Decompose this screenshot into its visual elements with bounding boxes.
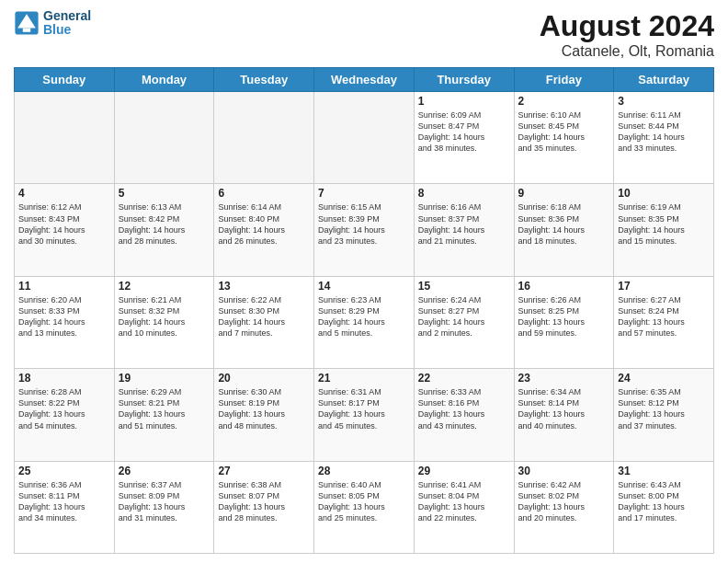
day-number: 3 — [618, 95, 710, 108]
day-number: 13 — [218, 280, 310, 293]
day-info: Sunrise: 6:36 AM Sunset: 8:11 PM Dayligh… — [18, 479, 110, 524]
day-number: 26 — [119, 465, 210, 477]
day-info: Sunrise: 6:21 AM Sunset: 8:32 PM Dayligh… — [119, 294, 210, 339]
day-info: Sunrise: 6:28 AM Sunset: 8:22 PM Dayligh… — [18, 386, 110, 431]
calendar-cell: 9Sunrise: 6:18 AM Sunset: 8:36 PM Daylig… — [514, 184, 614, 276]
day-info: Sunrise: 6:35 AM Sunset: 8:12 PM Dayligh… — [618, 386, 710, 431]
day-number: 7 — [318, 187, 410, 200]
day-info: Sunrise: 6:33 AM Sunset: 8:16 PM Dayligh… — [418, 386, 510, 431]
calendar-cell: 10Sunrise: 6:19 AM Sunset: 8:35 PM Dayli… — [614, 184, 714, 276]
calendar-cell: 4Sunrise: 6:12 AM Sunset: 8:43 PM Daylig… — [15, 184, 115, 276]
day-info: Sunrise: 6:15 AM Sunset: 8:39 PM Dayligh… — [318, 201, 410, 247]
day-number: 10 — [618, 187, 710, 200]
calendar-week-row: 4Sunrise: 6:12 AM Sunset: 8:43 PM Daylig… — [15, 184, 714, 276]
day-number: 9 — [518, 187, 610, 200]
page: General Blue August 2024 Catanele, Olt, … — [0, 0, 728, 563]
calendar-cell: 31Sunrise: 6:43 AM Sunset: 8:00 PM Dayli… — [614, 461, 714, 553]
calendar-cell: 16Sunrise: 6:26 AM Sunset: 8:25 PM Dayli… — [514, 276, 614, 368]
day-number: 12 — [119, 280, 210, 293]
calendar-cell: 1Sunrise: 6:09 AM Sunset: 8:47 PM Daylig… — [414, 92, 514, 184]
day-info: Sunrise: 6:41 AM Sunset: 8:04 PM Dayligh… — [418, 479, 510, 524]
day-info: Sunrise: 6:34 AM Sunset: 8:14 PM Dayligh… — [518, 386, 610, 431]
calendar-cell: 28Sunrise: 6:40 AM Sunset: 8:05 PM Dayli… — [314, 461, 415, 553]
calendar-cell: 5Sunrise: 6:13 AM Sunset: 8:42 PM Daylig… — [114, 184, 214, 276]
calendar-cell: 13Sunrise: 6:22 AM Sunset: 8:30 PM Dayli… — [214, 276, 314, 368]
day-number: 15 — [418, 280, 510, 293]
day-number: 6 — [218, 187, 310, 200]
main-title: August 2024 — [540, 9, 714, 43]
day-number: 28 — [318, 465, 410, 477]
day-number: 14 — [318, 280, 410, 293]
calendar-cell: 22Sunrise: 6:33 AM Sunset: 8:16 PM Dayli… — [414, 369, 514, 461]
day-number: 5 — [119, 187, 210, 200]
calendar-cell: 7Sunrise: 6:15 AM Sunset: 8:39 PM Daylig… — [314, 184, 415, 276]
calendar-cell: 17Sunrise: 6:27 AM Sunset: 8:24 PM Dayli… — [614, 276, 714, 368]
day-number: 27 — [218, 465, 310, 477]
day-number: 18 — [18, 372, 110, 385]
calendar-cell: 11Sunrise: 6:20 AM Sunset: 8:33 PM Dayli… — [15, 276, 115, 368]
day-info: Sunrise: 6:27 AM Sunset: 8:24 PM Dayligh… — [618, 294, 710, 339]
day-number: 23 — [518, 372, 610, 385]
calendar-cell: 29Sunrise: 6:41 AM Sunset: 8:04 PM Dayli… — [414, 461, 514, 553]
day-number: 16 — [518, 280, 610, 293]
day-number: 22 — [418, 372, 510, 385]
day-number: 19 — [119, 372, 210, 385]
day-info: Sunrise: 6:10 AM Sunset: 8:45 PM Dayligh… — [518, 109, 610, 155]
calendar-cell: 30Sunrise: 6:42 AM Sunset: 8:02 PM Dayli… — [514, 461, 614, 553]
day-info: Sunrise: 6:24 AM Sunset: 8:27 PM Dayligh… — [418, 294, 510, 339]
calendar-cell — [114, 92, 214, 184]
calendar-body: 1Sunrise: 6:09 AM Sunset: 8:47 PM Daylig… — [15, 92, 714, 554]
day-number: 8 — [418, 187, 510, 200]
calendar-cell — [15, 92, 115, 184]
logo-line1: General — [43, 9, 91, 23]
day-of-week-header: Monday — [114, 68, 214, 92]
calendar-cell: 18Sunrise: 6:28 AM Sunset: 8:22 PM Dayli… — [15, 369, 115, 461]
calendar-cell: 2Sunrise: 6:10 AM Sunset: 8:45 PM Daylig… — [514, 92, 614, 184]
day-info: Sunrise: 6:22 AM Sunset: 8:30 PM Dayligh… — [218, 294, 310, 339]
day-number: 17 — [618, 280, 710, 293]
day-number: 4 — [18, 187, 110, 200]
calendar-cell — [314, 92, 415, 184]
day-number: 1 — [418, 95, 510, 108]
logo-icon — [14, 10, 40, 36]
day-number: 11 — [18, 280, 110, 293]
day-info: Sunrise: 6:16 AM Sunset: 8:37 PM Dayligh… — [418, 201, 510, 247]
day-number: 24 — [618, 372, 710, 385]
subtitle: Catanele, Olt, Romania — [540, 43, 714, 60]
day-number: 30 — [518, 465, 610, 477]
day-of-week-header: Saturday — [614, 68, 714, 92]
day-info: Sunrise: 6:14 AM Sunset: 8:40 PM Dayligh… — [218, 201, 310, 247]
day-info: Sunrise: 6:20 AM Sunset: 8:33 PM Dayligh… — [18, 294, 110, 339]
day-number: 20 — [218, 372, 310, 385]
calendar-cell: 21Sunrise: 6:31 AM Sunset: 8:17 PM Dayli… — [314, 369, 415, 461]
day-info: Sunrise: 6:40 AM Sunset: 8:05 PM Dayligh… — [318, 479, 410, 524]
calendar-cell: 19Sunrise: 6:29 AM Sunset: 8:21 PM Dayli… — [114, 369, 214, 461]
day-info: Sunrise: 6:09 AM Sunset: 8:47 PM Dayligh… — [418, 109, 510, 155]
day-info: Sunrise: 6:19 AM Sunset: 8:35 PM Dayligh… — [618, 201, 710, 247]
calendar-cell: 14Sunrise: 6:23 AM Sunset: 8:29 PM Dayli… — [314, 276, 415, 368]
calendar-cell: 8Sunrise: 6:16 AM Sunset: 8:37 PM Daylig… — [414, 184, 514, 276]
title-block: August 2024 Catanele, Olt, Romania — [540, 9, 714, 60]
day-info: Sunrise: 6:13 AM Sunset: 8:42 PM Dayligh… — [119, 201, 210, 247]
header: General Blue August 2024 Catanele, Olt, … — [14, 9, 714, 60]
day-number: 2 — [518, 95, 610, 108]
logo-line2: Blue — [43, 23, 91, 37]
calendar-cell: 25Sunrise: 6:36 AM Sunset: 8:11 PM Dayli… — [15, 461, 115, 553]
svg-rect-2 — [23, 29, 30, 32]
calendar-week-row: 11Sunrise: 6:20 AM Sunset: 8:33 PM Dayli… — [15, 276, 714, 368]
calendar-cell: 24Sunrise: 6:35 AM Sunset: 8:12 PM Dayli… — [614, 369, 714, 461]
calendar-cell: 3Sunrise: 6:11 AM Sunset: 8:44 PM Daylig… — [614, 92, 714, 184]
day-number: 31 — [618, 465, 710, 477]
logo-text: General Blue — [43, 9, 91, 38]
day-info: Sunrise: 6:26 AM Sunset: 8:25 PM Dayligh… — [518, 294, 610, 339]
day-info: Sunrise: 6:11 AM Sunset: 8:44 PM Dayligh… — [618, 109, 710, 155]
calendar-cell: 27Sunrise: 6:38 AM Sunset: 8:07 PM Dayli… — [214, 461, 314, 553]
day-number: 25 — [18, 465, 110, 477]
calendar-week-row: 25Sunrise: 6:36 AM Sunset: 8:11 PM Dayli… — [15, 461, 714, 553]
day-info: Sunrise: 6:30 AM Sunset: 8:19 PM Dayligh… — [218, 386, 310, 431]
day-number: 29 — [418, 465, 510, 477]
day-number: 21 — [318, 372, 410, 385]
day-info: Sunrise: 6:37 AM Sunset: 8:09 PM Dayligh… — [119, 479, 210, 524]
day-info: Sunrise: 6:23 AM Sunset: 8:29 PM Dayligh… — [318, 294, 410, 339]
calendar-week-row: 18Sunrise: 6:28 AM Sunset: 8:22 PM Dayli… — [15, 369, 714, 461]
